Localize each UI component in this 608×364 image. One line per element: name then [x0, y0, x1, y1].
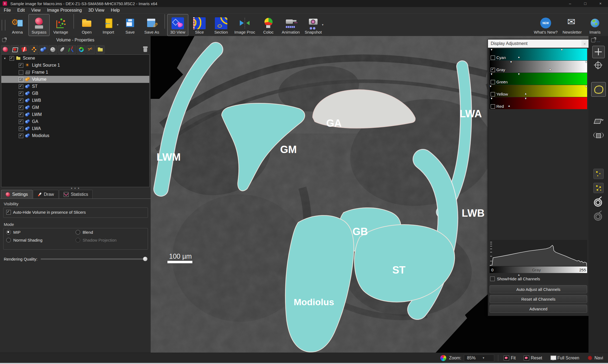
properties-tab[interactable]: Settings	[1, 190, 33, 199]
center-view-icon[interactable]	[592, 59, 604, 71]
mode-option[interactable]: Shadow Projection	[76, 238, 145, 242]
add-cells-icon[interactable]	[48, 45, 57, 54]
toolbar-button[interactable]: What's New?	[532, 14, 560, 36]
more-dots-icon[interactable]: ...	[597, 39, 600, 43]
visibility-checkbox[interactable]	[19, 77, 23, 82]
visibility-checkbox[interactable]	[19, 134, 23, 138]
mode-option[interactable]: MIP	[6, 230, 76, 235]
status-bar-button[interactable]: Fit	[502, 355, 517, 361]
dropdown-caret-icon[interactable]: ▾	[322, 23, 324, 27]
toolbar-button[interactable]: ▾ Coloc	[258, 14, 279, 36]
radio-icon[interactable]	[6, 230, 11, 235]
radio-icon[interactable]	[76, 230, 80, 235]
channel-checkbox[interactable]	[491, 56, 495, 60]
rendering-quality-slider[interactable]	[41, 258, 147, 260]
add-filaments-icon[interactable]	[58, 45, 67, 54]
channel-max-marker[interactable]: ▼	[585, 61, 587, 63]
channel-gamma-marker[interactable]: ▲	[508, 105, 510, 107]
add-spots-icon[interactable]	[30, 45, 38, 54]
menu-item[interactable]: File	[4, 8, 11, 13]
menu-item[interactable]: 3D View	[88, 8, 104, 13]
channel-max-marker[interactable]: ▼	[585, 85, 587, 88]
surface-outline-icon[interactable]	[591, 82, 606, 97]
channel-checkbox[interactable]	[491, 80, 495, 84]
scene-tree-item[interactable]: Light Source 1	[1, 62, 149, 69]
add-ortho-slicer-icon[interactable]	[77, 45, 86, 54]
channel-min-marker[interactable]: ▼	[490, 85, 492, 88]
menu-item[interactable]: Help	[111, 8, 120, 13]
properties-tab[interactable]: Draw	[33, 190, 59, 199]
display-adjustment-title[interactable]: Display Adjustment ×	[488, 40, 589, 48]
menu-item[interactable]: View	[31, 8, 40, 13]
toolbar-button[interactable]: ▾	[73, 14, 74, 29]
expander-icon[interactable]: ▾	[4, 57, 8, 60]
auto-adjust-all-button[interactable]: Auto Adjust all Channels	[490, 285, 587, 293]
channel-max-marker[interactable]: ▼	[524, 97, 527, 100]
channel-max-marker[interactable]: ▼	[518, 73, 520, 76]
toolbar-button[interactable]: ▾ Section	[211, 14, 232, 36]
visibility-checkbox[interactable]	[9, 56, 14, 61]
scene-tree-item[interactable]: Modiolus	[1, 132, 149, 139]
scene-tree-item[interactable]: Volume	[1, 76, 149, 83]
show-hide-all-checkbox[interactable]	[490, 277, 495, 281]
advanced-button[interactable]: Advanced	[490, 305, 587, 313]
visibility-checkbox[interactable]	[19, 119, 23, 124]
visibility-checkbox[interactable]	[19, 70, 23, 75]
popout-icon[interactable]	[2, 38, 6, 42]
zoom-select[interactable]: 85% ▼	[464, 355, 494, 362]
minimize-button[interactable]: –	[562, 0, 578, 7]
popout-icon[interactable]	[591, 38, 595, 42]
add-measurement-points-icon[interactable]	[67, 45, 76, 54]
mode-option[interactable]: Blend	[76, 230, 145, 235]
toolbar-button[interactable]: ▾ Animation	[280, 14, 302, 36]
spots-many-icon[interactable]	[593, 183, 604, 193]
visibility-checkbox[interactable]	[19, 112, 23, 117]
toolbar-button[interactable]: Newsletter	[560, 14, 584, 36]
channel-min-marker[interactable]: ▼	[490, 48, 493, 51]
reset-all-channels-button[interactable]: Reset all Channels	[490, 295, 587, 303]
toolbar-button[interactable]: ▾	[164, 14, 165, 29]
channel-max-marker[interactable]: ▼	[560, 48, 563, 51]
pan-icon[interactable]	[592, 46, 605, 58]
scissors-icon[interactable]	[86, 45, 95, 54]
channel-gradient[interactable]	[490, 97, 587, 109]
scene-tree-item[interactable]: GB	[1, 90, 149, 97]
toolbar-button[interactable]: Imaris	[584, 14, 606, 36]
add-group-icon[interactable]	[96, 45, 105, 54]
auto-hide-checkbox[interactable]	[6, 210, 11, 214]
dropdown-caret-icon[interactable]: ▾	[117, 23, 118, 27]
add-frame-icon[interactable]	[11, 45, 19, 54]
scene-tree-item[interactable]: Frame 1	[1, 69, 149, 76]
scene-tree-item[interactable]: LWB	[1, 97, 149, 104]
scene-tree-item[interactable]: ST	[1, 83, 149, 90]
visibility-checkbox[interactable]	[19, 63, 23, 68]
channel-gamma-marker[interactable]: ▲	[518, 56, 520, 58]
add-volume-icon[interactable]	[1, 45, 10, 54]
channel-min-marker[interactable]: ▼	[510, 61, 512, 63]
menu-item[interactable]: Image Processing	[47, 8, 82, 13]
toolbar-button[interactable]: ▾ Image Proc	[232, 14, 257, 36]
channel-gamma-marker[interactable]: ▲	[549, 68, 551, 71]
scene-tree-item[interactable]: LWA	[1, 125, 149, 132]
status-bar-button[interactable]: Navi	[586, 355, 605, 361]
maximize-button[interactable]: □	[578, 0, 593, 7]
status-bar-button[interactable]: Full Screen	[549, 355, 581, 361]
channel-gamma-marker[interactable]: ▲	[524, 92, 527, 95]
channel-min-marker[interactable]: ▼	[490, 97, 493, 100]
clip-box-icon[interactable]	[592, 115, 604, 126]
channel-min-marker[interactable]: ▼	[490, 73, 493, 76]
channel-checkbox[interactable]	[491, 68, 495, 72]
pointer-select-icon[interactable]	[592, 196, 604, 208]
scene-tree-item[interactable]: GA	[1, 118, 149, 125]
mode-option[interactable]: Normal Shading	[6, 238, 76, 242]
toolbar-button[interactable]: ▾ Vantage	[50, 14, 71, 36]
channel-range-bar[interactable]: 0 Gray 255	[490, 266, 587, 273]
toolbar-button[interactable]: ▾ 3D View	[167, 14, 188, 36]
visibility-checkbox[interactable]	[19, 84, 23, 89]
menu-item[interactable]: Edit	[17, 8, 25, 13]
spots-few-icon[interactable]	[593, 169, 604, 179]
toolbar-button[interactable]: ▾ Save	[119, 14, 141, 36]
add-surfaces-icon[interactable]	[39, 45, 48, 54]
toolbar-grip[interactable]	[2, 20, 5, 31]
toolbar-button[interactable]: ▾ Surpass	[28, 14, 50, 36]
